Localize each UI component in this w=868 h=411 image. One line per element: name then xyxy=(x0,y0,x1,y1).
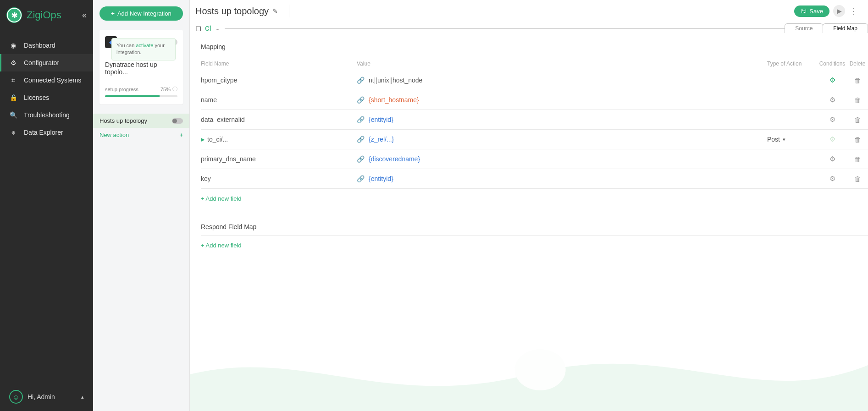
nav-data-explorer[interactable]: ⎈ Data Explorer xyxy=(0,124,93,141)
value-token: unix xyxy=(377,77,389,84)
mapping-row: key🔗{entityid}⚙🗑 xyxy=(201,169,868,189)
mapping-rows: hpom_citype🔗nt||unix||host_node⚙🗑name🔗{s… xyxy=(201,71,868,189)
background-decoration xyxy=(190,319,868,411)
value-token: {z_rel/...} xyxy=(369,136,394,143)
nav-menu: ◉ Dashboard ⚙ Configurator ⌗ Connected S… xyxy=(0,37,93,141)
chevron-down-icon[interactable]: ⌄ xyxy=(215,25,220,32)
nav-label: Data Explorer xyxy=(24,129,63,136)
conditions-gear-icon[interactable]: ⚙ xyxy=(829,115,835,123)
trash-icon[interactable]: 🗑 xyxy=(854,136,861,143)
add-field-link[interactable]: + Add new field xyxy=(201,189,242,211)
breadcrumb-line xyxy=(225,28,785,28)
nav-label: Dashboard xyxy=(24,42,55,49)
field-cell[interactable]: key xyxy=(201,175,357,182)
conditions-gear-icon[interactable]: ⚙ xyxy=(829,155,835,163)
info-icon[interactable]: ⓘ xyxy=(172,86,177,93)
conditions-cell[interactable]: ⚙ xyxy=(818,96,847,104)
nav-troubleshooting[interactable]: 🔍 Troubleshooting xyxy=(0,106,93,124)
trash-icon[interactable]: 🗑 xyxy=(854,155,861,163)
action-list: Hosts up topology New action + xyxy=(93,114,189,142)
nav-connected-systems[interactable]: ⌗ Connected Systems xyxy=(0,71,93,89)
delete-cell[interactable]: 🗑 xyxy=(847,136,868,143)
edit-icon[interactable]: ✎ xyxy=(272,7,278,15)
lock-icon: 🔒 xyxy=(9,93,17,102)
expand-icon[interactable]: ▶ xyxy=(201,137,205,142)
delete-cell[interactable]: 🗑 xyxy=(847,77,868,84)
add-integration-button[interactable]: + Add New Integration xyxy=(100,6,183,21)
save-icon: 🖫 xyxy=(801,8,807,15)
content-area: Mapping Field Name Value Type of Action … xyxy=(190,33,868,411)
value-cell[interactable]: 🔗{entityid} xyxy=(357,175,767,182)
conditions-gear-icon[interactable]: ⚙ xyxy=(829,135,835,143)
delete-cell[interactable]: 🗑 xyxy=(847,155,868,163)
breadcrumb-row: ◻ ci ⌄ Source Field Map xyxy=(190,23,868,33)
field-cell[interactable]: ▶to_ci/... xyxy=(201,136,357,143)
plus-icon: + xyxy=(179,132,183,138)
conditions-gear-icon[interactable]: ⚙ xyxy=(829,175,835,182)
trash-icon[interactable]: 🗑 xyxy=(854,175,861,183)
activate-link[interactable]: activate xyxy=(136,43,153,48)
link-icon: 🔗 xyxy=(357,116,364,123)
value-cell[interactable]: 🔗{z_rel/...} xyxy=(357,136,767,143)
avatar-icon: ☺ xyxy=(9,390,23,404)
delete-cell[interactable]: 🗑 xyxy=(847,96,868,104)
conditions-cell[interactable]: ⚙ xyxy=(818,76,847,84)
field-name: hpom_citype xyxy=(201,77,237,84)
action-cell[interactable]: Post▾ xyxy=(767,136,818,143)
action-type: Post xyxy=(767,136,780,143)
trash-icon[interactable]: 🗑 xyxy=(854,116,861,124)
conditions-gear-icon[interactable]: ⚙ xyxy=(829,96,835,104)
brand-name: ZigiOps xyxy=(27,9,61,21)
nav-configurator[interactable]: ⚙ Configurator xyxy=(0,54,93,71)
field-name: data_externalid xyxy=(201,116,245,123)
link-icon: 🔗 xyxy=(357,155,364,163)
value-token: {entityid} xyxy=(369,175,393,182)
delete-cell[interactable]: 🗑 xyxy=(847,116,868,124)
tab-field-map[interactable]: Field Map xyxy=(823,23,868,33)
integration-title: Dynatrace host up topolo... xyxy=(105,61,177,76)
integration-card: You can activate your integration. ◆ Dyn… xyxy=(100,30,183,104)
nav-dashboard[interactable]: ◉ Dashboard xyxy=(0,37,93,54)
link-icon: 🔗 xyxy=(357,136,364,143)
value-cell[interactable]: 🔗nt||unix||host_node xyxy=(357,77,767,84)
value-cell[interactable]: 🔗{entityid} xyxy=(357,116,767,123)
field-cell[interactable]: hpom_citype xyxy=(201,77,357,84)
field-cell[interactable]: primary_dns_name xyxy=(201,155,357,163)
chevron-down-icon: ▾ xyxy=(783,137,785,142)
gauge-icon: ◉ xyxy=(9,41,17,49)
tab-source[interactable]: Source xyxy=(785,23,823,33)
profile-bar[interactable]: ☺ Hi, Admin ▴ xyxy=(0,383,93,411)
gear-icon: ⚙ xyxy=(9,59,17,67)
mapping-row: name🔗{short_hostname}⚙🗑 xyxy=(201,90,868,110)
nav-licenses[interactable]: 🔒 Licenses xyxy=(0,89,93,106)
action-hosts-up-topology[interactable]: Hosts up topology xyxy=(93,114,189,128)
mapping-title: Mapping xyxy=(201,43,868,50)
plus-icon: + xyxy=(111,10,115,17)
more-menu-icon[interactable]: ⋮ xyxy=(849,6,859,16)
conditions-cell[interactable]: ⚙ xyxy=(818,155,847,163)
collapse-sidebar-icon[interactable]: « xyxy=(82,11,87,20)
action-toggle[interactable] xyxy=(172,118,183,124)
action-new[interactable]: New action + xyxy=(93,128,189,142)
save-button[interactable]: 🖫 Save xyxy=(794,5,829,17)
conditions-gear-icon[interactable]: ⚙ xyxy=(829,76,835,84)
logo-icon: ✱ xyxy=(6,7,22,23)
svg-point-0 xyxy=(515,349,566,390)
conditions-cell[interactable]: ⚙ xyxy=(818,115,847,124)
trash-icon[interactable]: 🗑 xyxy=(854,96,861,104)
add-respond-field-link[interactable]: + Add new field xyxy=(201,236,242,258)
link-icon: 🔗 xyxy=(357,77,364,84)
value-token: || xyxy=(389,77,393,84)
run-button[interactable]: ▶ xyxy=(833,5,845,17)
delete-cell[interactable]: 🗑 xyxy=(847,175,868,183)
value-cell[interactable]: 🔗{short_hostname} xyxy=(357,96,767,104)
field-cell[interactable]: data_externalid xyxy=(201,116,357,123)
breadcrumb-entity[interactable]: ci xyxy=(205,23,211,33)
conditions-cell[interactable]: ⚙ xyxy=(818,175,847,183)
trash-icon[interactable]: 🗑 xyxy=(854,77,861,84)
field-name: primary_dns_name xyxy=(201,155,256,163)
value-cell[interactable]: 🔗{discoveredname} xyxy=(357,155,767,163)
conditions-cell[interactable]: ⚙ xyxy=(818,135,847,143)
field-cell[interactable]: name xyxy=(201,96,357,104)
field-name: key xyxy=(201,175,211,182)
